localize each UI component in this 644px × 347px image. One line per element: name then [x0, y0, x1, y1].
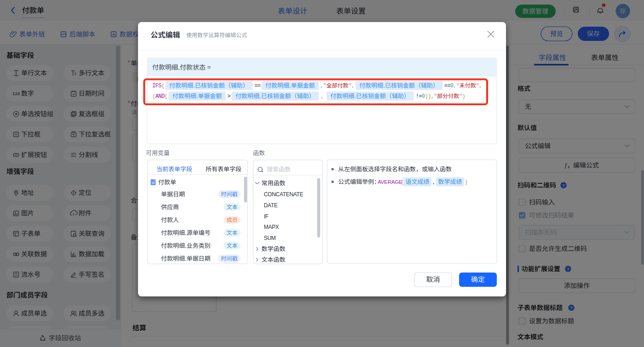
svg-text:": " [476, 83, 479, 89]
svg-text:(: ( [402, 179, 403, 185]
svg-text:): ) [466, 179, 467, 185]
svg-text:,: , [351, 83, 355, 89]
svg-text:(: ( [152, 93, 155, 100]
svg-text:IF: IF [264, 213, 269, 220]
svg-text:CONCATENATE: CONCATENATE [264, 191, 304, 198]
svg-text:": " [434, 93, 437, 100]
svg-text:DATE: DATE [264, 202, 278, 209]
svg-text:(: ( [161, 83, 165, 89]
svg-text:,: , [321, 93, 324, 100]
svg-text:AND: AND [155, 93, 165, 100]
svg-text:": " [323, 83, 327, 89]
svg-text:MAPX: MAPX [264, 224, 279, 230]
svg-text:": " [456, 83, 460, 89]
svg-text:!=: != [415, 93, 422, 100]
svg-text:): ) [462, 93, 466, 100]
svg-text:AVERAGE: AVERAGE [378, 179, 402, 185]
svg-text:)): )) [425, 93, 431, 100]
svg-text:,: , [479, 83, 482, 89]
svg-text:,: , [453, 83, 456, 89]
svg-text:IFS: IFS [152, 83, 161, 89]
svg-text:>: > [227, 93, 230, 100]
svg-text:SUM: SUM [264, 235, 276, 241]
svg-text:,: , [320, 83, 323, 89]
svg-text:": " [348, 83, 351, 89]
svg-text:==: == [254, 83, 261, 89]
svg-text:==: == [444, 83, 450, 89]
svg-text:(: ( [165, 93, 168, 100]
